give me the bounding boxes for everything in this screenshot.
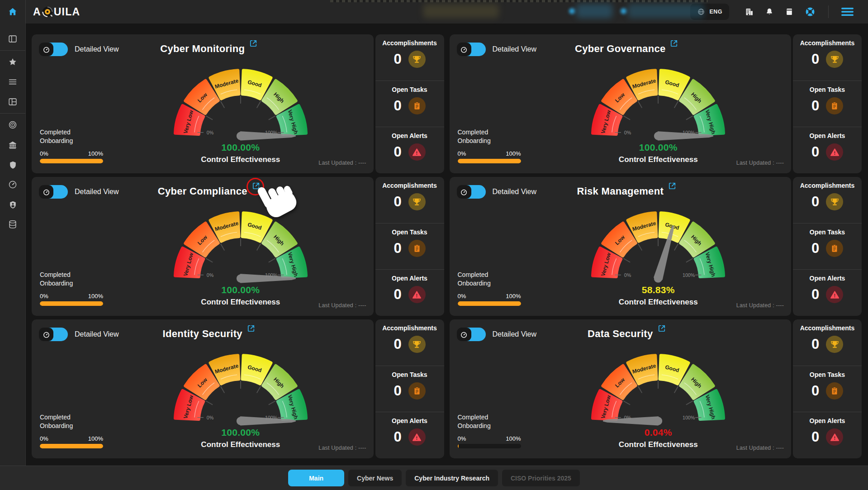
gauge-metric-label: Control Effectiveness xyxy=(588,440,728,449)
detailed-view-toggle[interactable] xyxy=(39,43,68,56)
gauge-value: 58.83% xyxy=(588,285,728,295)
expand-icon[interactable] xyxy=(668,181,677,190)
stat-open-alerts: Open Alerts 0 xyxy=(793,270,862,316)
sidebar-item-dashboard[interactable] xyxy=(0,92,25,112)
detailed-view-toggle[interactable] xyxy=(457,43,486,56)
svg-text:0%: 0% xyxy=(206,415,213,420)
sidebar-item-gauge[interactable] xyxy=(0,175,25,195)
clipboard-icon xyxy=(826,382,843,400)
completed-onboarding: Completed Onboarding 0%100% xyxy=(40,128,108,163)
tab-ciso-priorities[interactable]: CISO Priorities 2025 xyxy=(502,470,580,486)
card-group-cyber-governance: Detailed View Cyber Governance Very LowL… xyxy=(450,34,862,173)
redacted-blur xyxy=(423,4,499,18)
expand-icon[interactable] xyxy=(669,39,678,48)
help-ring-icon[interactable] xyxy=(805,6,816,17)
stat-open-alerts: Open Alerts 0 xyxy=(375,127,444,173)
gauge-metric-label: Control Effectiveness xyxy=(588,298,728,307)
detailed-view-toggle[interactable] xyxy=(457,185,486,199)
stat-label: Open Tasks xyxy=(392,86,427,93)
stat-value: 0 xyxy=(394,336,401,352)
speedometer-icon xyxy=(457,185,471,199)
speedometer-icon xyxy=(39,185,53,199)
stat-label: Open Tasks xyxy=(810,371,845,378)
stats-card: Accomplishments 0 Open Tasks 0 Open Aler… xyxy=(793,319,862,458)
clipboard-icon xyxy=(826,240,843,257)
bell-icon[interactable] xyxy=(765,7,774,16)
control-effectiveness-gauge: Very LowLowModerateGoodHighVery High0%10… xyxy=(171,65,311,141)
sidebar-item-security[interactable] xyxy=(0,155,25,175)
stat-label: Accomplishments xyxy=(382,182,437,189)
target-icon xyxy=(8,120,18,130)
building-icon[interactable] xyxy=(745,7,754,17)
trophy-icon xyxy=(408,336,426,353)
expand-icon[interactable] xyxy=(657,324,666,333)
detailed-view-toggle[interactable] xyxy=(39,328,68,341)
detailed-view-toggle[interactable] xyxy=(457,328,486,341)
detailed-view-label: Detailed View xyxy=(493,45,537,53)
stat-value: 0 xyxy=(394,194,401,210)
card-title: Cyber Governance xyxy=(575,43,665,55)
speedometer-icon xyxy=(457,43,471,56)
detailed-view-toggle[interactable] xyxy=(39,185,68,199)
stat-value: 0 xyxy=(811,383,819,399)
left-sidebar xyxy=(0,24,26,490)
scale-min: 0% xyxy=(40,150,48,157)
card-cyber-monitoring: Detailed View Cyber Monitoring Very LowL… xyxy=(32,34,374,173)
stat-value: 0 xyxy=(811,144,819,160)
speedometer-icon xyxy=(457,328,471,341)
stat-open-alerts: Open Alerts 0 xyxy=(375,270,444,316)
stat-accomplishments: Accomplishments 0 xyxy=(375,319,444,366)
dashboard-main: Detailed View Cyber Monitoring Very LowL… xyxy=(25,24,868,462)
home-icon xyxy=(8,7,18,17)
home-button[interactable] xyxy=(0,0,26,24)
tab-cyber-news[interactable]: Cyber News xyxy=(348,470,402,486)
gauge-block: Very LowLowModerateGoodHighVery High0%10… xyxy=(171,65,311,164)
scale-max: 100% xyxy=(506,293,521,300)
scale-max: 100% xyxy=(88,293,103,300)
database-icon xyxy=(8,219,18,229)
shield-icon xyxy=(8,160,18,170)
scale-max: 100% xyxy=(506,150,521,157)
last-updated: Last Updated : ---- xyxy=(736,445,784,451)
detailed-view-label: Detailed View xyxy=(75,45,119,53)
expand-icon[interactable] xyxy=(247,324,256,333)
scale-min: 0% xyxy=(40,293,48,300)
book-icon[interactable] xyxy=(785,7,794,16)
onboarding-progressbar xyxy=(458,444,521,448)
sidebar-item-target[interactable] xyxy=(0,115,25,135)
stat-label: Open Alerts xyxy=(392,275,427,282)
trophy-icon xyxy=(826,193,843,210)
stat-label: Open Tasks xyxy=(810,228,845,236)
stat-label: Open Alerts xyxy=(392,417,427,424)
last-updated: Last Updated : ---- xyxy=(318,160,366,166)
completed-onboarding: Completed Onboarding 0%100% xyxy=(458,128,526,163)
last-updated: Last Updated : ---- xyxy=(318,302,366,309)
sidebar-item-institution[interactable] xyxy=(0,135,25,155)
tab-cyber-industry-research[interactable]: Cyber Industry Research xyxy=(406,470,498,486)
onboarding-label: Completed Onboarding xyxy=(40,413,83,430)
gauge-value: 100.00% xyxy=(588,142,728,153)
scale-min: 0% xyxy=(40,435,48,442)
stats-card: Accomplishments 0 Open Tasks 0 Open Aler… xyxy=(375,34,444,173)
stat-value: 0 xyxy=(811,336,819,352)
sidebar-item-favorites[interactable] xyxy=(0,52,25,72)
card-title: Identity Security xyxy=(163,328,242,340)
sidebar-item-data[interactable] xyxy=(0,214,25,234)
expand-icon[interactable] xyxy=(249,39,258,48)
stat-open-tasks: Open Tasks 0 xyxy=(793,224,862,270)
stats-card: Accomplishments 0 Open Tasks 0 Open Aler… xyxy=(793,177,862,316)
bank-icon xyxy=(8,140,18,150)
trophy-icon xyxy=(408,193,426,210)
logo-q-icon xyxy=(42,6,53,18)
stat-value: 0 xyxy=(811,98,819,114)
tab-main[interactable]: Main xyxy=(288,470,344,486)
sidebar-item-panel-left[interactable] xyxy=(0,29,25,49)
menu-icon[interactable] xyxy=(841,7,854,16)
nav-divider xyxy=(828,5,829,18)
sidebar-item-identity[interactable] xyxy=(0,195,25,214)
stat-open-tasks: Open Tasks 0 xyxy=(375,366,444,413)
card-cyber-compliance: Detailed View Cyber Compliance xyxy=(32,177,374,316)
sidebar-divider xyxy=(0,113,25,114)
sidebar-item-list[interactable] xyxy=(0,72,25,92)
clipboard-icon xyxy=(408,382,426,400)
